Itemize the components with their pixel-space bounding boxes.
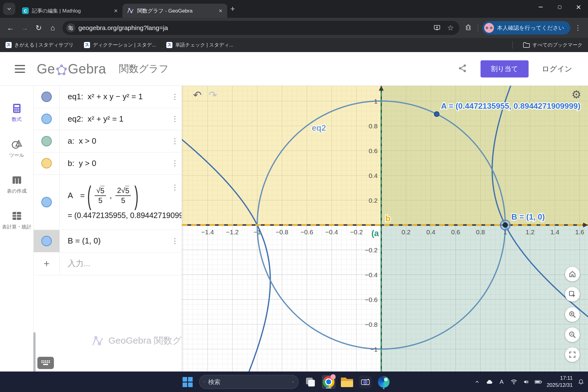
visibility-gutter[interactable]: [34, 130, 60, 152]
url-text[interactable]: geogebra.org/graphing?lang=ja: [78, 24, 429, 32]
browser-menu-icon[interactable]: ⋮: [572, 24, 584, 32]
tab-close-icon[interactable]: ×: [112, 7, 119, 14]
point-A[interactable]: [434, 112, 439, 117]
taskbar-explorer-button[interactable]: [340, 375, 354, 389]
back-button[interactable]: ←: [4, 22, 17, 34]
zoom-in-button[interactable]: [565, 307, 580, 322]
install-app-icon[interactable]: [432, 23, 442, 33]
algebra-row-B[interactable]: B = (1, 0) ⋮: [34, 230, 182, 252]
taskbar-search[interactable]: [199, 375, 299, 389]
algebra-input[interactable]: [68, 259, 169, 268]
notification-bell-icon[interactable]: [577, 378, 585, 386]
battery-icon[interactable]: [534, 378, 542, 386]
radicand: 5: [125, 186, 129, 195]
profile-chip[interactable]: 本人確認を行ってください: [482, 21, 570, 35]
reload-button[interactable]: ↻: [32, 22, 45, 34]
visibility-gutter[interactable]: [34, 175, 60, 230]
window-close-button[interactable]: ✕: [569, 0, 588, 14]
visibility-gutter[interactable]: [34, 230, 60, 252]
rail-item-label: 表計算・統計: [2, 224, 32, 230]
visibility-dot[interactable]: [41, 158, 52, 168]
panel-scrollbar[interactable]: [33, 332, 36, 372]
algebra-row-b[interactable]: b: y > 0 ⋮: [34, 153, 182, 175]
visibility-dot[interactable]: [41, 136, 52, 146]
row-menu-icon[interactable]: ⋮: [171, 137, 179, 145]
site-info-icon[interactable]: [66, 23, 75, 32]
assign-button[interactable]: 割り当て: [481, 60, 529, 77]
algebra-row-eq2[interactable]: eq2: x² + y² = 1 ⋮: [34, 108, 182, 130]
point-B[interactable]: [503, 223, 507, 227]
close-paren: ): [134, 184, 138, 207]
row-menu-icon[interactable]: ⋮: [171, 183, 179, 192]
visibility-gutter[interactable]: [34, 86, 60, 108]
visibility-gutter[interactable]: [34, 153, 60, 175]
x-tick-label: 0.8: [476, 228, 485, 236]
redo-button[interactable]: ↷: [209, 89, 217, 101]
row-menu-icon[interactable]: ⋮: [171, 159, 179, 168]
virtual-keyboard-button[interactable]: [37, 357, 54, 369]
all-bookmarks-button[interactable]: すべてのブックマーク: [523, 42, 582, 48]
add-gutter[interactable]: +: [34, 252, 60, 275]
fullscreen-button[interactable]: [565, 347, 580, 362]
row-menu-icon[interactable]: ⋮: [171, 92, 179, 101]
bookmark-item[interactable]: ス ディクテーション | スタデ...: [84, 42, 156, 48]
keyboard-icon: [40, 359, 51, 367]
ime-indicator[interactable]: A: [498, 378, 506, 386]
logo-text-left: Ge: [37, 61, 55, 77]
tray-chevron-up-icon[interactable]: [473, 378, 481, 386]
algebra-input-row[interactable]: +: [34, 252, 182, 275]
forward-button[interactable]: →: [18, 22, 31, 34]
address-bar[interactable]: geogebra.org/graphing?lang=ja ☆: [62, 21, 459, 35]
window-minimize-button[interactable]: [531, 0, 550, 14]
zoom-out-button[interactable]: [565, 327, 580, 342]
start-button[interactable]: [181, 375, 194, 389]
tab-mathlog[interactable]: C 記事の編集 | Mathlog ×: [18, 4, 123, 18]
home-button[interactable]: ⌂: [47, 22, 59, 34]
rail-item-tools[interactable]: ツール: [9, 139, 24, 159]
bookmarks-bar: ス きがえる | スタディサプリ ス ディクテーション | スタデ... ス 単…: [0, 38, 588, 52]
onedrive-cloud-icon[interactable]: [485, 378, 493, 386]
algebra-row-eq1[interactable]: eq1: x² + x y − y² = 1 ⋮: [34, 86, 182, 108]
taskbar-edge-button[interactable]: [377, 375, 390, 389]
bookmark-item[interactable]: ス きがえる | スタディサプリ: [6, 42, 74, 48]
bookmark-star-icon[interactable]: ☆: [445, 23, 456, 33]
taskbar-chrome-button[interactable]: [322, 375, 335, 389]
algebra-row-A[interactable]: A = ( √5 5 , 2 √5 5 ) = (0.4472135955, 0…: [34, 175, 182, 230]
graph-canvas[interactable]: −1.4−1.2−1−0.8−0.6−0.4−0.20.20.40.60.811…: [182, 86, 588, 371]
visibility-gutter[interactable]: [34, 108, 60, 130]
bookmark-label: ディクテーション | スタデ...: [93, 42, 156, 48]
bookmark-item[interactable]: ス 単語チェック | スタディ...: [166, 42, 233, 48]
clock[interactable]: 17:11 2025/12/31: [547, 375, 573, 389]
row-menu-icon[interactable]: ⋮: [171, 237, 179, 245]
login-button[interactable]: ログイン: [542, 64, 572, 74]
taskbar-search-input[interactable]: [208, 379, 289, 386]
share-icon[interactable]: [458, 64, 467, 74]
undo-button[interactable]: ↶: [193, 89, 202, 101]
tab-geogebra[interactable]: 関数グラフ - GeoGebra ×: [123, 4, 227, 18]
table-columns-icon: [11, 175, 22, 186]
visibility-dot[interactable]: [41, 197, 52, 207]
extensions-puzzle-icon[interactable]: [463, 23, 473, 33]
graph-view[interactable]: −1.4−1.2−1−0.8−0.6−0.4−0.20.20.40.60.811…: [182, 86, 588, 371]
bookmark-favicon: ス: [166, 42, 172, 48]
tab-search-button[interactable]: [3, 3, 15, 15]
volume-icon[interactable]: [522, 378, 530, 386]
new-tab-button[interactable]: +: [230, 4, 235, 13]
select-tool-button[interactable]: [565, 287, 580, 302]
row-menu-icon[interactable]: ⋮: [171, 115, 179, 123]
wifi-icon[interactable]: [510, 378, 518, 386]
visibility-dot[interactable]: [41, 114, 52, 124]
home-view-button[interactable]: [565, 267, 580, 281]
task-view-button[interactable]: [303, 375, 317, 389]
rail-item-algebra[interactable]: 数式: [11, 103, 22, 123]
window-maximize-button[interactable]: [550, 0, 569, 14]
graph-settings-gear-icon[interactable]: ⚙: [571, 88, 581, 101]
visibility-dot[interactable]: [41, 92, 52, 102]
taskbar-camera-button[interactable]: [359, 375, 372, 389]
rail-item-spreadsheet[interactable]: 表計算・統計: [2, 210, 32, 230]
rail-item-table[interactable]: 表の作成: [7, 175, 26, 194]
visibility-dot[interactable]: [41, 236, 52, 246]
algebra-row-a[interactable]: a: x > 0 ⋮: [34, 130, 182, 153]
menu-hamburger-icon[interactable]: [15, 65, 25, 73]
tab-close-icon[interactable]: ×: [217, 7, 224, 14]
